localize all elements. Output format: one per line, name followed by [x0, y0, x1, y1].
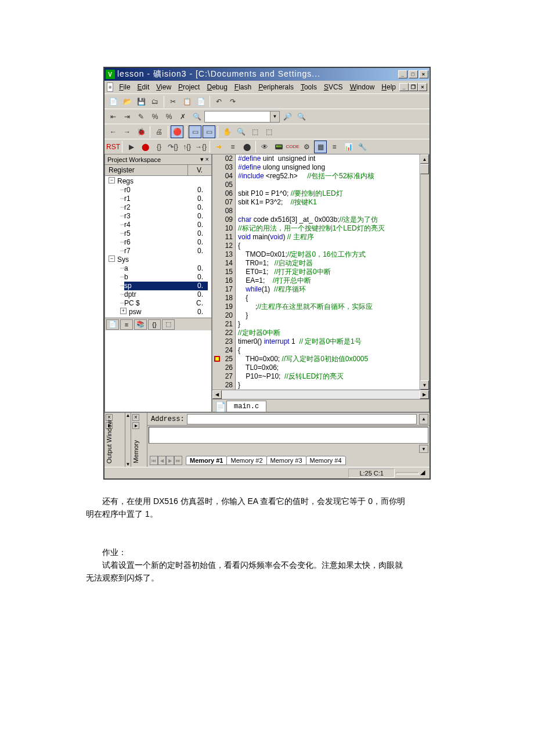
memory-tab[interactable]: Memory #4: [306, 456, 346, 465]
minimize-button[interactable]: _: [398, 70, 407, 78]
run-to-cursor-button[interactable]: →{}: [194, 141, 207, 153]
incremental-find-button[interactable]: 🔍: [295, 110, 308, 123]
find-button[interactable]: 🔎: [281, 110, 294, 123]
menu-edit[interactable]: Edit: [134, 82, 153, 92]
tree-row[interactable]: ┈r10.: [106, 195, 210, 203]
chevron-down-icon[interactable]: ▼: [270, 111, 279, 122]
code-line[interactable]: char code dx516[3] _at_ 0x003b;//这是为了仿: [238, 215, 420, 224]
menu-help[interactable]: Help: [378, 82, 399, 92]
print-button[interactable]: 🖨: [153, 125, 165, 138]
cut-button[interactable]: ✂: [167, 95, 179, 108]
tree-row[interactable]: −Regs: [106, 177, 210, 186]
scroll-down-icon[interactable]: ▼: [419, 445, 428, 453]
code-editor[interactable]: 0203040506070809101112131415161718192021…: [212, 154, 429, 390]
breakpoint-icon[interactable]: [214, 355, 221, 362]
file-tab[interactable]: main.c: [226, 401, 266, 412]
run-button[interactable]: ▶: [125, 141, 138, 153]
code-line[interactable]: ET0=1; //打开定时器0中断: [238, 268, 420, 276]
window2-button[interactable]: ▭: [203, 125, 215, 138]
menu-file[interactable]: File: [116, 82, 134, 92]
vertical-scrollbar[interactable]: ▲ ▼: [420, 154, 429, 390]
disasm-button[interactable]: ≡: [226, 141, 239, 153]
tree-row[interactable]: ┈r00.: [106, 186, 210, 195]
ws-tab-temp[interactable]: ⬚: [162, 319, 175, 330]
scroll-up-icon[interactable]: ▲: [419, 414, 428, 424]
code-line[interactable]: }: [238, 381, 420, 390]
code-line[interactable]: #define ulong unsigned long: [238, 163, 420, 172]
memory-button[interactable]: ⚙: [300, 141, 313, 153]
tab-next-icon[interactable]: ▶: [166, 456, 174, 465]
save-button[interactable]: 💾: [135, 95, 147, 108]
titlebar[interactable]: V lesson - 礦ision3 - [C:\Documents and S…: [104, 68, 430, 81]
undo-button[interactable]: ↶: [212, 95, 225, 108]
expand-icon[interactable]: −: [109, 255, 115, 262]
paste-button[interactable]: 📄: [194, 95, 207, 108]
tab-first-icon[interactable]: ⏮: [150, 456, 158, 465]
step-button[interactable]: {}: [153, 141, 165, 153]
redo-button[interactable]: ↷: [226, 95, 239, 108]
pan-button[interactable]: ⬚: [248, 125, 261, 138]
code-line[interactable]: {: [238, 346, 420, 355]
bp-enable-button[interactable]: ⬤: [240, 141, 253, 153]
memory-view[interactable]: [149, 427, 428, 444]
menu-debug[interactable]: Debug: [203, 82, 230, 92]
horizontal-scrollbar[interactable]: ◀ ▶: [212, 390, 429, 399]
code-line[interactable]: {: [238, 242, 420, 250]
watch-button[interactable]: 👁: [258, 141, 271, 153]
new-file-button[interactable]: 📄: [107, 95, 120, 108]
menu-view[interactable]: View: [153, 82, 175, 92]
bookmark-next-button[interactable]: %: [163, 110, 175, 123]
tree-row[interactable]: ┈sp0.: [106, 282, 210, 290]
code-line[interactable]: [238, 207, 420, 215]
tree-row[interactable]: ┈r40.: [106, 221, 210, 229]
list-button[interactable]: ≡: [328, 141, 341, 153]
mdi-restore-button[interactable]: ❐: [409, 83, 418, 91]
expand-icon[interactable]: −: [109, 177, 115, 183]
tree-row[interactable]: ┈dptr0.: [106, 290, 210, 299]
code-line[interactable]: while(1) //程序循环: [238, 285, 420, 294]
tree-row[interactable]: ┈r20.: [106, 203, 210, 212]
maximize-button[interactable]: □: [409, 70, 418, 78]
mdi-minimize-button[interactable]: _: [399, 83, 409, 91]
tree-row[interactable]: ┈r70.: [106, 247, 210, 255]
menu-flash[interactable]: Flash: [231, 82, 255, 92]
sym-button[interactable]: ▦: [314, 141, 327, 153]
zoom-button[interactable]: 🔍: [234, 125, 247, 138]
code-line[interactable]: {: [238, 294, 420, 303]
code-line[interactable]: void main(void) // 主程序: [238, 233, 420, 242]
address-input[interactable]: [187, 414, 417, 424]
code-line[interactable]: sbit P10 = P1^0; //要控制的LED灯: [238, 189, 420, 198]
tree-row[interactable]: ┈r60.: [106, 238, 210, 247]
ws-tab-books[interactable]: 📚: [134, 319, 147, 330]
memory-tab[interactable]: Memory #1: [186, 456, 227, 465]
copy-button[interactable]: 📋: [181, 95, 193, 108]
indent-button[interactable]: ⇤: [107, 110, 120, 123]
expand-icon[interactable]: +: [120, 308, 127, 314]
serial-button[interactable]: 📟: [272, 141, 285, 153]
code-line[interactable]: P10=~P10; //反转LED灯的亮灭: [238, 372, 420, 381]
ws-tab-func[interactable]: {}: [148, 319, 161, 330]
step-over-button[interactable]: ↷{}: [167, 141, 179, 153]
code-button[interactable]: CODE: [286, 141, 299, 153]
menu-project[interactable]: Project: [175, 82, 203, 92]
tree-row[interactable]: ┈b0.: [106, 273, 210, 282]
find-in-files-button[interactable]: 🔍: [190, 110, 203, 123]
menu-window[interactable]: Window: [347, 82, 378, 92]
workspace-menu-icon[interactable]: ▾ ×: [200, 156, 209, 163]
bookmark-prev-button[interactable]: %: [149, 110, 161, 123]
debug-button[interactable]: 🐞: [135, 125, 147, 138]
tree-row[interactable]: ┈r50.: [106, 229, 210, 238]
bookmark-clear-button[interactable]: ✗: [176, 110, 189, 123]
analyze-button[interactable]: 📊: [342, 141, 355, 153]
mdi-close-button[interactable]: ×: [418, 83, 427, 91]
code-line[interactable]: TH0=0x00; //写入定时器0初始值0x0005: [238, 355, 420, 363]
show-next-button[interactable]: ➜: [212, 141, 225, 153]
tree-row[interactable]: +psw0.: [106, 308, 210, 316]
find-combo[interactable]: ▼: [204, 111, 280, 123]
tree-row[interactable]: ┈PC $C.: [106, 299, 210, 308]
register-tree[interactable]: −Regs┈r00.┈r10.┈r20.┈r30.┈r40.┈r50.┈r60.…: [105, 176, 211, 318]
memory-tab[interactable]: Memory #3: [266, 456, 306, 465]
scroll-left-icon[interactable]: ◀: [212, 390, 222, 399]
mem-close-icon[interactable]: ×: [132, 414, 139, 421]
tree-row[interactable]: ┈a0.: [106, 264, 210, 273]
